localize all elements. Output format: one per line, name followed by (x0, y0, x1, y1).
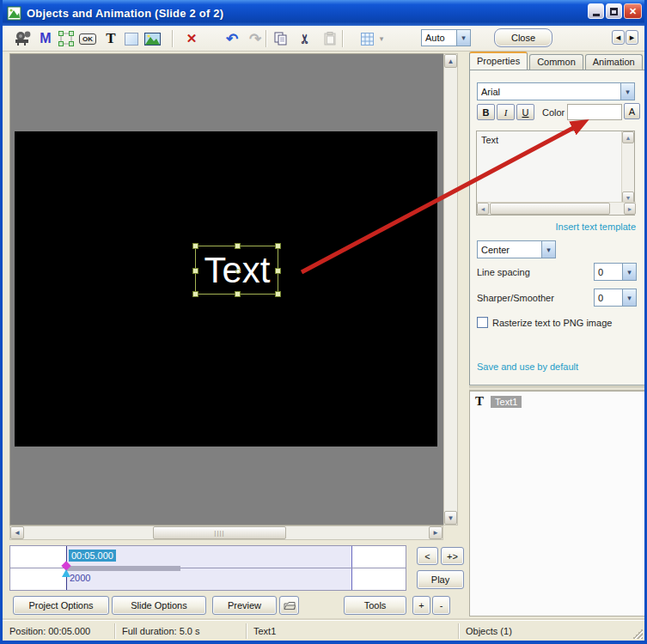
chevron-down-icon[interactable]: ▾ (456, 30, 470, 46)
undo-button[interactable]: ↶ (222, 28, 242, 49)
add-mask-button[interactable]: M (35, 28, 56, 49)
add-video-button[interactable] (13, 28, 34, 49)
resize-handle-s[interactable] (235, 291, 241, 297)
copy-icon (274, 32, 288, 46)
prev-slide-button[interactable]: ◂ (612, 30, 625, 45)
timeline-add-button[interactable]: +> (441, 547, 464, 565)
scroll-right-icon[interactable]: ► (624, 203, 636, 215)
close-window-button[interactable]: ✕ (624, 3, 642, 19)
scroll-up-icon[interactable]: ▲ (622, 131, 634, 143)
line-spacing-select[interactable]: 0 ▾ (594, 263, 637, 281)
scroll-left-icon[interactable]: ◄ (477, 203, 489, 215)
status-objects-count: Objects (1) (459, 624, 512, 638)
fullscreen-preview-button[interactable] (279, 596, 299, 615)
resize-handle-nw[interactable] (192, 243, 198, 249)
cut-button[interactable]: ✂ (295, 28, 315, 49)
slide-canvas[interactable]: Text (9, 53, 443, 526)
chevron-down-icon[interactable]: ▾ (620, 83, 634, 100)
timeline[interactable]: 00:05.000 2000 (9, 545, 406, 591)
tools-button[interactable]: Tools (344, 596, 406, 615)
font-color-picker-button[interactable]: A (624, 103, 640, 119)
underline-button[interactable]: U (516, 104, 534, 120)
scroll-left-icon[interactable]: ◄ (10, 526, 24, 539)
font-family-select[interactable]: Arial ▾ (477, 82, 635, 100)
add-text-button[interactable]: T (101, 28, 121, 49)
play-button[interactable]: Play (417, 570, 464, 589)
tab-animation[interactable]: Animation (585, 54, 643, 70)
text-editor-vscrollbar[interactable]: ▲ ▼ (621, 131, 634, 204)
object-name[interactable]: Text1 (491, 396, 522, 408)
frame-icon (58, 31, 74, 46)
grid-button[interactable] (357, 28, 377, 49)
bold-button[interactable]: B (477, 104, 495, 120)
delete-button[interactable]: ✕ (181, 28, 202, 49)
text-object-selection[interactable]: Text (195, 246, 278, 295)
keyframe-time-label[interactable]: 2000 (70, 573, 90, 583)
zoom-in-button[interactable]: + (412, 596, 430, 615)
rasterize-checkbox[interactable] (477, 317, 488, 328)
save-default-link[interactable]: Save and use by default (477, 361, 578, 372)
resize-handle-sw[interactable] (192, 291, 198, 297)
zoom-mode-select[interactable]: Auto ▾ (421, 29, 471, 46)
resize-handle-n[interactable] (235, 243, 241, 249)
tab-common[interactable]: Common (529, 54, 583, 70)
resize-handle-w[interactable] (192, 268, 198, 274)
resize-handle-se[interactable] (275, 291, 281, 297)
text-content-editor[interactable]: Text ▲ ▼ ◄ ► (476, 131, 635, 216)
preview-button[interactable]: Preview (212, 596, 277, 615)
close-editor-button[interactable]: Close (494, 28, 552, 47)
chevron-down-icon[interactable]: ▾ (541, 241, 555, 258)
scrollbar-thumb[interactable]: |||| (153, 526, 286, 539)
add-button-object-button[interactable]: OK (77, 28, 98, 49)
objects-list[interactable]: T Text1 (469, 391, 645, 617)
timeline-position-label[interactable]: 00:05.000 (69, 550, 116, 562)
delete-icon: ✕ (186, 31, 198, 46)
next-slide-button[interactable]: ▸ (626, 30, 638, 45)
text-alignment-select[interactable]: Center ▾ (477, 240, 556, 258)
chevron-down-icon[interactable]: ▾ (622, 289, 636, 306)
sharper-smoother-select[interactable]: 0 ▾ (594, 289, 637, 307)
scroll-right-icon[interactable]: ► (429, 526, 443, 539)
slide-options-button[interactable]: Slide Options (112, 596, 206, 615)
status-selected-object: Text1 (247, 624, 458, 638)
slide-area[interactable]: Text (15, 131, 437, 447)
minimize-button[interactable] (588, 3, 604, 19)
paste-icon (324, 32, 337, 46)
italic-button[interactable]: I (497, 104, 515, 120)
timeline-prev-button[interactable]: < (417, 547, 438, 565)
resize-handle-e[interactable] (275, 268, 281, 274)
object-list-item[interactable]: T Text1 (475, 394, 644, 409)
zoom-out-button[interactable]: - (432, 596, 450, 615)
paste-button[interactable] (320, 28, 340, 49)
canvas-vertical-scrollbar[interactable]: ▲ ▼ (443, 53, 458, 526)
titlebar[interactable]: Objects and Animation (Slide 2 of 2) ✕ (0, 0, 647, 26)
redo-button[interactable]: ↷ (245, 28, 266, 49)
scroll-up-icon[interactable]: ▲ (444, 54, 457, 68)
color-swatch[interactable] (567, 104, 622, 120)
insert-text-template-link[interactable]: Insert text template (555, 222, 636, 232)
resize-handle-ne[interactable] (275, 243, 281, 249)
chevron-down-icon: ▾ (380, 34, 384, 43)
object-duration-bar[interactable] (67, 566, 180, 571)
zoom-mode-value: Auto (422, 33, 456, 43)
add-image-button[interactable] (142, 28, 162, 49)
keyframe-marker-icon[interactable] (62, 569, 70, 577)
copy-button[interactable] (271, 28, 291, 49)
canvas-horizontal-scrollbar[interactable]: ◄ ► |||| (9, 526, 443, 540)
maximize-button[interactable] (606, 3, 622, 19)
text-editor-hscrollbar[interactable]: ◄ ► (477, 202, 636, 215)
project-options-button[interactable]: Project Options (13, 596, 109, 615)
ok-button-icon: OK (79, 33, 96, 45)
status-position: Position: 00:05.000 (3, 624, 114, 638)
tab-properties[interactable]: Properties (469, 52, 528, 70)
scroll-down-icon[interactable]: ▼ (444, 511, 457, 525)
resize-grip[interactable] (632, 629, 643, 639)
scrollbar-thumb[interactable] (490, 203, 610, 215)
center-point-handle[interactable] (235, 269, 241, 274)
sharper-smoother-value: 0 (595, 293, 622, 303)
add-frame-button[interactable] (56, 28, 76, 49)
grid-options-dropdown[interactable]: ▾ (375, 28, 388, 49)
chevron-down-icon[interactable]: ▾ (622, 264, 636, 280)
text-object-icon: T (475, 394, 484, 409)
add-rectangle-button[interactable] (121, 28, 142, 49)
